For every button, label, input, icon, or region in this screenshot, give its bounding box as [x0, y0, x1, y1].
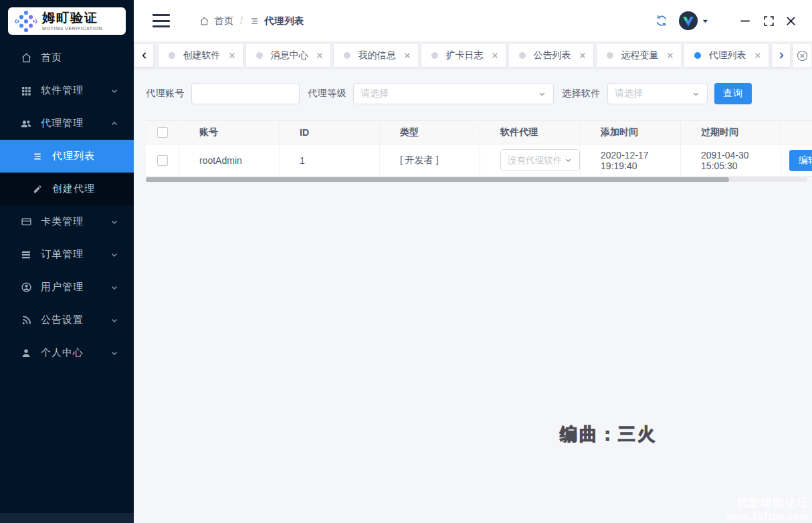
sidebar-item-label: 首页: [41, 51, 119, 64]
sidebar-item-orders[interactable]: 订单管理: [0, 238, 134, 271]
avatar[interactable]: [679, 11, 698, 30]
edit-button[interactable]: 编辑: [789, 150, 812, 171]
software-agent-select[interactable]: 没有代理软件: [500, 149, 580, 171]
sidebar-menu: 首页 软件管理 代理管理: [0, 41, 134, 369]
breadcrumb: 首页 / 代理列表: [199, 15, 304, 27]
tab-dot-icon: [519, 52, 526, 59]
cell-expire-time: 2091-04-30 15:05:30: [681, 144, 781, 176]
select-all-checkbox[interactable]: [157, 127, 168, 138]
close-icon[interactable]: [579, 51, 587, 60]
chevron-down-icon: [538, 90, 546, 98]
home-icon: [20, 52, 32, 64]
order-icon: [20, 249, 32, 261]
card-icon: [20, 216, 32, 228]
close-button[interactable]: [784, 14, 797, 27]
close-icon[interactable]: [316, 51, 324, 60]
tab-dot-icon: [169, 52, 175, 59]
person-icon: [20, 347, 32, 359]
agent-level-label: 代理等级: [308, 88, 346, 100]
tab-message-center[interactable]: 消息中心: [246, 44, 330, 67]
software-select-label: 选择软件: [562, 88, 601, 100]
minimize-button[interactable]: [738, 14, 752, 27]
sidebar-item-announcements[interactable]: 公告设置: [0, 304, 134, 336]
cell-added-time: 2020-12-17 19:19:40: [581, 144, 681, 176]
cell-id: 1: [280, 144, 380, 176]
chevron-down-icon[interactable]: [702, 17, 709, 25]
chevron-down-icon: [110, 316, 119, 325]
close-icon[interactable]: [491, 51, 499, 60]
sidebar-item-profile[interactable]: 个人中心: [0, 336, 134, 369]
maximize-button[interactable]: [762, 14, 775, 27]
corner-watermark: 我爱辅助论坛 www.52fzba.com: [726, 495, 809, 522]
tab-agent-list[interactable]: 代理列表: [684, 44, 769, 67]
close-all-tabs-button[interactable]: [793, 44, 811, 67]
user-circle-icon: [20, 282, 32, 294]
tabs-scroll-right-button[interactable]: [772, 44, 790, 67]
tab-create-software[interactable]: 创建软件: [159, 44, 243, 67]
sidebar-item-agent[interactable]: 代理管理: [0, 107, 134, 140]
main-area: 首页 / 代理列表: [134, 0, 812, 523]
tab-dot-icon: [344, 52, 350, 59]
agent-account-label: 代理账号: [146, 88, 185, 100]
breadcrumb-home[interactable]: 首页: [214, 15, 233, 27]
sidebar-item-users[interactable]: 用户管理: [0, 271, 134, 304]
search-button[interactable]: 查询: [714, 83, 752, 104]
sidebar-item-create-agent[interactable]: 创建代理: [0, 173, 134, 205]
close-icon[interactable]: [666, 51, 674, 60]
sidebar-item-label: 个人中心: [41, 346, 110, 359]
close-icon[interactable]: [403, 51, 411, 60]
chevron-up-icon: [110, 119, 119, 128]
cell-account: rootAdmin: [179, 144, 280, 176]
tab-bar: 创建软件 消息中心 我的信息 扩卡日志: [134, 41, 812, 70]
breadcrumb-separator: /: [240, 15, 243, 26]
sidebar-item-label: 代理管理: [41, 117, 110, 130]
sidebar-item-label: 订单管理: [41, 248, 110, 261]
sidebar-item-label: 软件管理: [41, 84, 110, 97]
column-header-account: 账号: [179, 121, 280, 144]
column-header-actions: [781, 121, 812, 144]
sidebar-scrollbar[interactable]: [0, 513, 134, 523]
sidebar-item-label: 用户管理: [41, 281, 110, 294]
filter-bar: 代理账号 代理等级 请选择 选择软件 请选择 查询: [146, 83, 812, 104]
app-logo: 姆町验证 MOTING VERIFICATION: [8, 7, 126, 35]
agent-account-input[interactable]: [191, 83, 300, 104]
sidebar-item-label: 代理列表: [52, 150, 119, 163]
top-bar: 首页 / 代理列表: [134, 0, 812, 41]
chevron-down-icon: [110, 283, 119, 292]
tab-remote-vars[interactable]: 远程变量: [597, 44, 681, 67]
tab-announcement-list[interactable]: 公告列表: [509, 44, 593, 67]
close-icon[interactable]: [754, 51, 762, 60]
horizontal-scrollbar[interactable]: [146, 177, 807, 182]
chevron-down-icon: [110, 250, 119, 259]
cell-type: [ 开发者 ]: [380, 144, 480, 176]
page-content: 代理账号 代理等级 请选择 选择软件 请选择 查询: [134, 70, 812, 523]
center-watermark: 编曲：三火: [560, 423, 657, 446]
tab-my-info[interactable]: 我的信息: [334, 44, 418, 67]
tab-dot-icon: [607, 52, 613, 59]
sidebar-item-cards[interactable]: 卡类管理: [0, 205, 134, 238]
pencil-icon: [31, 183, 43, 195]
tabs-scroll-left-button[interactable]: [135, 44, 153, 67]
topbar-actions: [655, 11, 797, 30]
refresh-icon[interactable]: [655, 14, 668, 27]
close-icon[interactable]: [228, 51, 236, 60]
row-checkbox[interactable]: [157, 155, 168, 166]
team-icon: [20, 118, 32, 130]
scrollbar-thumb[interactable]: [146, 177, 729, 182]
app-title: 姆町验证: [42, 11, 102, 25]
open-tabs: 创建软件 消息中心 我的信息 扩卡日志: [159, 44, 769, 67]
table-row: rootAdmin 1 [ 开发者 ] 没有代理软件 2020-12-17 1: [146, 144, 812, 177]
sidebar-item-software[interactable]: 软件管理: [0, 74, 134, 107]
sidebar-item-home[interactable]: 首页: [0, 41, 134, 74]
rss-icon: [20, 314, 32, 326]
hamburger-menu-icon[interactable]: [153, 14, 170, 27]
home-icon: [199, 16, 209, 26]
column-header-software-agent: 软件代理: [480, 121, 581, 144]
agent-level-select[interactable]: 请选择: [353, 83, 554, 104]
sidebar-item-agent-list[interactable]: 代理列表: [0, 140, 134, 173]
software-select[interactable]: 请选择: [607, 83, 708, 104]
chevron-down-icon: [110, 348, 119, 358]
sidebar-submenu-agent: 代理列表 创建代理: [0, 140, 134, 205]
agents-table: 账号 ID 类型 软件代理 添加时间 过期时间 rootAdmin 1 [ 开发…: [146, 120, 812, 182]
tab-card-log[interactable]: 扩卡日志: [421, 44, 506, 67]
